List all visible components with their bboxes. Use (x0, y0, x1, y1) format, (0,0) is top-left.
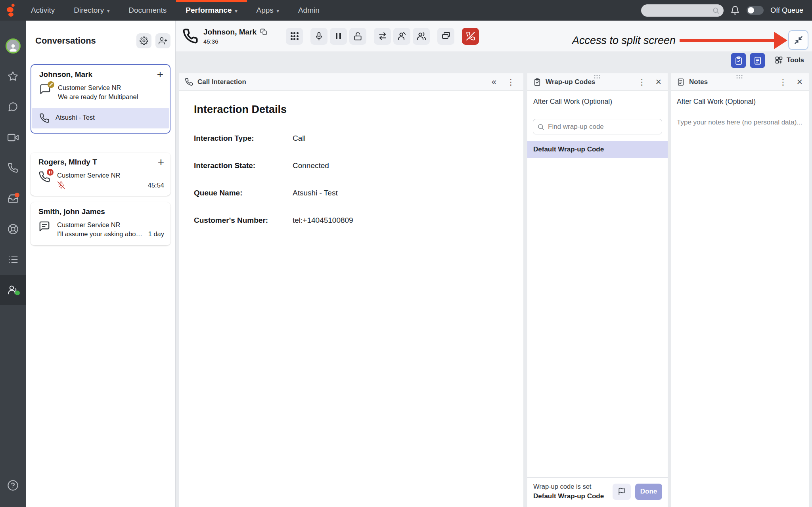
conversation-card-header: Smith, john James (31, 207, 170, 216)
notifications-bell-icon[interactable] (730, 6, 740, 15)
rail-item-help[interactable] (0, 470, 26, 501)
nav-item-performance[interactable]: Performance▾ (176, 0, 247, 21)
conversation-settings-button[interactable] (136, 33, 151, 48)
call-controls (286, 28, 479, 45)
hangup-phone-icon (466, 31, 475, 41)
toggle-knob (748, 7, 754, 13)
close-panel-button[interactable]: × (654, 77, 663, 87)
tools-label: Tools (787, 56, 804, 64)
field-label: Interaction State: (194, 161, 293, 170)
screens-icon (441, 31, 451, 41)
wrapup-search[interactable] (533, 119, 662, 134)
contact-name: Rogers, MIndy T (38, 158, 158, 166)
drag-handle[interactable] (594, 75, 601, 79)
drag-handle[interactable] (737, 75, 743, 79)
hold-button[interactable] (330, 28, 347, 45)
field-label: Queue Name: (194, 189, 293, 197)
add-participant-button[interactable] (155, 33, 170, 48)
rail-item-calls[interactable] (0, 153, 26, 183)
copy-name-button[interactable] (260, 28, 268, 36)
mic-muted-icon (57, 181, 65, 189)
split-screen-button[interactable] (788, 30, 808, 50)
wrapup-code-option-selected[interactable]: Default Wrap-up Code (527, 141, 668, 158)
nav-item-label: Apps (257, 6, 274, 15)
flag-icon (618, 488, 626, 496)
clipboard-check-icon (533, 78, 541, 86)
global-search-input[interactable] (647, 7, 712, 14)
collapse-panel-button[interactable]: « (489, 77, 499, 87)
conference-button[interactable] (413, 28, 430, 45)
chevron-down-icon: ▾ (107, 8, 109, 14)
field-row: Interaction State: Connected (194, 161, 523, 170)
search-icon (712, 7, 720, 14)
rail-item-profile[interactable] (0, 31, 26, 61)
conversation-card-johnson[interactable]: Johnson, Mark + Customer Service NR (31, 64, 170, 134)
global-search[interactable] (641, 4, 724, 17)
nav-item-admin[interactable]: Admin (289, 0, 329, 21)
star-icon (8, 71, 18, 82)
secure-pause-button[interactable] (349, 28, 366, 45)
interaction-row-message[interactable]: Customer Service NR We are ready for Mul… (31, 79, 170, 105)
rail-item-agent-interactions[interactable] (0, 275, 26, 305)
tools-menu-button[interactable]: Tools (775, 56, 804, 64)
dialpad-button[interactable] (286, 28, 303, 45)
notes-tool-button[interactable] (750, 53, 765, 68)
microphone-icon (314, 32, 324, 41)
rail-item-inbox[interactable] (0, 183, 26, 214)
interaction-details-fields: Interaction Type: Call Interaction State… (194, 134, 523, 225)
list-icon (8, 254, 19, 265)
notes-doc-icon (677, 78, 685, 86)
panel-menu-button[interactable]: ⋮ (634, 77, 649, 87)
nav-item-apps[interactable]: Apps▾ (247, 0, 289, 21)
left-icon-rail (0, 21, 26, 507)
wrapup-footer: Wrap-up code is set Default Wrap-up Code… (527, 477, 668, 507)
genesys-logo[interactable] (0, 0, 21, 21)
conversation-card-smith[interactable]: Smith, john James Customer Service NR I'… (31, 202, 170, 245)
close-panel-button[interactable]: × (795, 77, 804, 87)
rail-item-favorites[interactable] (0, 61, 26, 92)
search-icon (537, 123, 544, 130)
rail-item-interactions-hub[interactable] (0, 214, 26, 244)
add-interaction-button[interactable]: + (157, 71, 163, 78)
panel-menu-button[interactable]: ⋮ (775, 77, 791, 87)
message-icon-wrap (38, 220, 51, 233)
interaction-age: 1 day (148, 230, 164, 239)
call-info: Johnson, Mark 45:36 (203, 28, 268, 45)
nav-item-label: Performance (186, 6, 232, 15)
rail-item-video[interactable] (0, 122, 26, 153)
consult-button[interactable] (393, 28, 410, 45)
done-button[interactable]: Done (635, 484, 662, 500)
nav-item-label: Documents (128, 6, 167, 15)
rail-item-queues-list[interactable] (0, 244, 26, 275)
wrapup-status: Wrap-up code is set Default Wrap-up Code (533, 483, 613, 500)
interaction-row-message[interactable]: Customer Service NR I'll assume your ask… (31, 216, 170, 242)
nav-item-documents[interactable]: Documents (119, 0, 176, 21)
add-interaction-button[interactable]: + (158, 158, 164, 166)
nav-item-activity[interactable]: Activity (21, 0, 64, 21)
nav-item-label: Directory (74, 6, 104, 15)
transfer-button[interactable] (374, 28, 391, 45)
interaction-row-call-selected[interactable]: Atsushi - Test (32, 108, 169, 128)
interaction-texts: Customer Service NR I'll assume your ask… (57, 220, 164, 239)
call-timer: 45:36 (203, 38, 268, 45)
hangup-button[interactable] (462, 28, 479, 45)
notes-textarea[interactable] (671, 112, 809, 279)
conversation-card-header: Johnson, Mark + (31, 70, 170, 79)
flag-button[interactable] (613, 484, 631, 500)
interaction-row-held-call[interactable]: Customer Service NR 45:54 (31, 166, 170, 192)
rail-item-chat[interactable] (0, 92, 26, 122)
field-value: Call (293, 134, 306, 143)
mute-button[interactable] (310, 28, 327, 45)
conversation-card-rogers[interactable]: Rogers, MIndy T + Customer Service NR (31, 153, 170, 196)
call-interaction-header: Call Interaction « ⋮ (179, 73, 523, 91)
queue-status-toggle[interactable] (747, 6, 764, 15)
transfer-arrows-icon (378, 31, 387, 41)
notes-panel: Notes ⋮ × After Call Work (Optional) (671, 73, 809, 507)
wrapup-search-input[interactable] (548, 123, 658, 131)
wrapup-codes-tool-button[interactable] (731, 53, 746, 68)
chevron-down-icon: ▾ (277, 8, 279, 14)
panel-menu-button[interactable]: ⋮ (503, 77, 519, 87)
screen-share-button[interactable] (437, 28, 454, 45)
nav-item-directory[interactable]: Directory▾ (64, 0, 119, 21)
conversations-title: Conversations (35, 36, 132, 46)
